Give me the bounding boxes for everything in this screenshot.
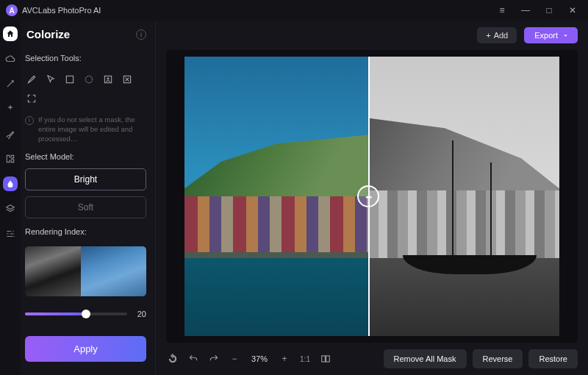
hint-text: If you do not select a mask, the entire … xyxy=(38,115,146,143)
hamburger-menu-icon[interactable]: ≡ xyxy=(492,3,512,18)
hint-info-icon: i xyxy=(25,116,34,125)
rendering-index-label: Rendering Index: xyxy=(25,227,146,236)
svg-rect-5 xyxy=(322,356,326,362)
panel-title: Colorize xyxy=(26,28,70,40)
rotate-icon[interactable] xyxy=(166,352,179,365)
plus-icon: + xyxy=(486,31,490,40)
window-maximize-icon[interactable]: □ xyxy=(539,3,559,18)
rendering-index-value: 20 xyxy=(133,310,146,318)
image-viewer[interactable]: ◂▸ xyxy=(166,50,578,343)
smart-select-icon[interactable] xyxy=(121,73,134,86)
canvas-area: + Add Export ◂▸ xyxy=(156,21,588,375)
viewer-toolbar: − 37% + 1:1 Remove All Mask Reverse Rest… xyxy=(156,343,588,375)
rendering-index-slider[interactable] xyxy=(25,312,127,315)
remove-all-mask-button[interactable]: Remove All Mask xyxy=(384,349,467,368)
svg-rect-0 xyxy=(66,76,73,82)
rect-select-icon[interactable] xyxy=(63,73,76,86)
ellipse-select-icon[interactable] xyxy=(82,73,96,86)
selection-tools-label: Selection Tools: xyxy=(25,54,146,63)
rendering-preview-thumbnail xyxy=(25,246,146,296)
brush-select-icon[interactable] xyxy=(25,73,38,86)
export-label: Export xyxy=(534,31,558,40)
select-model-label: Select Model: xyxy=(25,152,146,161)
apply-button[interactable]: Apply xyxy=(25,336,146,362)
undo-icon[interactable] xyxy=(187,352,200,365)
window-minimize-icon[interactable]: — xyxy=(516,3,535,18)
redo-icon[interactable] xyxy=(207,352,220,365)
actual-size-button[interactable]: 1:1 xyxy=(298,352,312,365)
svg-point-1 xyxy=(85,76,92,82)
info-icon[interactable]: i xyxy=(136,29,146,40)
zoom-in-icon[interactable]: + xyxy=(278,352,291,365)
svg-rect-6 xyxy=(326,356,330,362)
selection-hint: i If you do not select a mask, the entir… xyxy=(25,115,146,143)
app-title: AVCLabs PhotoPro AI xyxy=(22,6,101,15)
sparkle-icon[interactable] xyxy=(3,101,18,116)
cloud-icon[interactable] xyxy=(3,51,18,66)
pointer-select-icon[interactable] xyxy=(44,73,57,86)
chevron-down-icon xyxy=(562,32,569,39)
selection-tools xyxy=(25,70,146,108)
subject-select-icon[interactable] xyxy=(101,73,115,86)
drop-icon[interactable] xyxy=(3,176,18,191)
app-logo-icon: A xyxy=(6,4,18,16)
title-bar: A AVCLabs PhotoPro AI ≡ — □ ✕ xyxy=(0,0,588,21)
model-bright-button[interactable]: Bright xyxy=(25,168,146,190)
comparison-image: ◂▸ xyxy=(184,57,559,336)
restore-button[interactable]: Restore xyxy=(528,349,578,368)
home-icon[interactable] xyxy=(3,26,18,41)
layers-icon[interactable] xyxy=(3,201,18,216)
zoom-out-icon[interactable]: − xyxy=(228,352,241,365)
sliders-icon[interactable] xyxy=(3,226,18,241)
expand-select-icon[interactable] xyxy=(25,92,38,105)
magic-wand-icon[interactable] xyxy=(3,76,18,91)
puzzle-icon[interactable] xyxy=(3,151,18,166)
compare-handle-icon[interactable]: ◂▸ xyxy=(357,185,379,207)
svg-point-3 xyxy=(107,78,109,79)
add-label: Add xyxy=(494,31,509,40)
window-close-icon[interactable]: ✕ xyxy=(563,3,582,18)
export-button[interactable]: Export xyxy=(524,27,578,43)
zoom-percent: 37% xyxy=(248,354,270,363)
brush-icon[interactable] xyxy=(3,126,18,141)
colorized-side xyxy=(184,57,368,336)
add-button[interactable]: + Add xyxy=(477,27,517,43)
settings-panel: Colorize i Selection Tools: i If you do … xyxy=(21,21,156,375)
slider-knob[interactable] xyxy=(82,310,90,318)
grayscale-side xyxy=(368,57,559,336)
model-soft-button[interactable]: Soft xyxy=(25,196,146,218)
reverse-button[interactable]: Reverse xyxy=(473,349,523,368)
compare-toggle-icon[interactable] xyxy=(319,352,332,365)
tool-rail xyxy=(0,21,21,375)
